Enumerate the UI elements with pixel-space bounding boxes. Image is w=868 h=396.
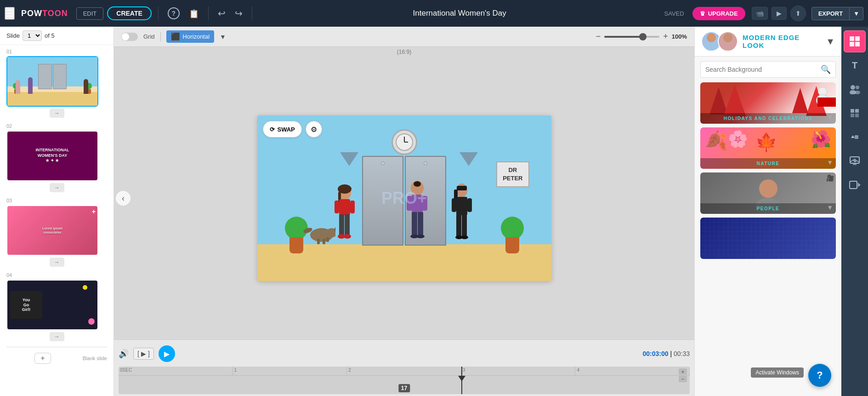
- svg-point-44: [720, 44, 735, 52]
- background-categories: HOLIDAYS AND CELEBRATIONS ▼ 🍂 🌸 🍁 🌺: [695, 82, 841, 396]
- undo-button[interactable]: ↩: [215, 6, 228, 21]
- timecode: 00:03:00 | 00:33: [642, 350, 690, 357]
- svg-rect-24: [412, 212, 417, 237]
- avatar-group: [701, 31, 738, 52]
- grid-toggle[interactable]: [121, 33, 138, 41]
- sidebar-video-icon[interactable]: [844, 174, 866, 196]
- slide-1-next-btn[interactable]: →: [50, 109, 64, 118]
- svg-point-42: [707, 33, 716, 42]
- hamburger-button[interactable]: ☰: [5, 7, 15, 20]
- zoom-slider-thumb: [639, 33, 647, 40]
- camera-button[interactable]: 📹: [752, 7, 768, 20]
- help-fab-button[interactable]: ?: [808, 364, 831, 387]
- toggle-knob: [122, 33, 129, 40]
- zoom-slider[interactable]: [604, 36, 659, 38]
- export-button[interactable]: EXPORT: [811, 7, 850, 20]
- bracket-right: ]: [148, 350, 150, 357]
- settings-button[interactable]: ⚙: [306, 121, 322, 138]
- slide-label: Slide: [6, 32, 20, 39]
- center-area: Grid ⬛ Horizontal ▼ − + 100% (16:9) ‹: [114, 27, 694, 396]
- blank-slide-label: Blank slide: [83, 354, 107, 363]
- timeline-zoom-out-button[interactable]: −: [679, 376, 687, 382]
- swap-button[interactable]: ⟳ SWAP: [263, 121, 302, 138]
- slide-thumb-1[interactable]: [6, 56, 98, 107]
- svg-rect-62: [855, 135, 858, 139]
- slide-thumb-2[interactable]: INTERNATIONALWOMEN'S DAY★ ✦ ★: [6, 131, 98, 181]
- redo-button[interactable]: ↪: [232, 6, 245, 21]
- bg-cat-technology[interactable]: [700, 218, 836, 259]
- preview-play-button[interactable]: ▶: [772, 7, 787, 20]
- canvas-scene[interactable]: DR PETER PRO+ ⟳ SWAP ⚙: [257, 115, 551, 281]
- notes-icon-button[interactable]: 📋: [186, 6, 202, 21]
- svg-rect-7: [339, 214, 344, 237]
- svg-rect-39: [467, 198, 472, 212]
- sidebar-media-icon[interactable]: [844, 150, 866, 172]
- sidebar-backgrounds-icon[interactable]: [844, 30, 866, 52]
- bg-cat-people[interactable]: 🎥 PEOPLE ▼: [700, 172, 836, 214]
- timeline-zoom-buttons: + −: [679, 368, 687, 382]
- canvas-overlay-buttons: ⟳ SWAP ⚙: [263, 121, 322, 138]
- sidebar-reactions-icon[interactable]: [844, 126, 866, 148]
- add-slide-button[interactable]: +: [34, 353, 51, 364]
- slide-thumb-3[interactable]: + Lorem ipsumconsectetur: [6, 205, 98, 256]
- panel-dropdown-arrow[interactable]: ▼: [826, 36, 835, 47]
- zoom-bar: − + 100%: [596, 32, 687, 41]
- slide-3-text: Lorem ipsumconsectetur: [12, 226, 93, 235]
- aspect-ratio-label: (16:9): [114, 49, 694, 55]
- search-icon[interactable]: 🔍: [821, 64, 831, 75]
- volume-icon[interactable]: 🔊: [119, 349, 129, 359]
- zoom-minus-button[interactable]: −: [596, 32, 601, 41]
- slide-3-next-btn[interactable]: →: [50, 258, 64, 267]
- bg-cat-holidays[interactable]: HOLIDAYS AND CELEBRATIONS ▼: [700, 82, 836, 124]
- timeline-ruler[interactable]: 0SEC 1 2 3 4 17 + −: [119, 367, 690, 394]
- frame-play-icon: ▶: [141, 350, 146, 357]
- playback-controls: 🔊 [ ▶ ] ▶ 00:03:00 | 00:33: [119, 343, 690, 365]
- svg-rect-29: [422, 196, 427, 211]
- zoom-plus-button[interactable]: +: [663, 32, 668, 41]
- slide-number-4: 04: [6, 272, 107, 278]
- bg-cat-people-label: PEOPLE: [700, 203, 836, 214]
- right-panel: MODERN EDGE LOOK ▼ 🔍: [694, 27, 841, 396]
- slide-number-select[interactable]: 12345: [23, 30, 42, 41]
- sidebar-characters-icon[interactable]: [844, 78, 866, 100]
- search-background-input[interactable]: [705, 66, 821, 73]
- svg-rect-38: [452, 198, 456, 212]
- timecode-separator: |: [670, 350, 674, 357]
- bg-cat-nature-label: NATURE: [700, 158, 836, 169]
- canvas-nav-left-button[interactable]: ‹: [116, 191, 130, 206]
- right-panel-header: MODERN EDGE LOOK ▼: [695, 27, 841, 57]
- orientation-button[interactable]: ⬛ Horizontal: [166, 30, 215, 43]
- avatar-2: [718, 31, 738, 52]
- slide-4-next-btn[interactable]: →: [50, 332, 64, 341]
- tree-crown-right: [501, 217, 524, 240]
- create-button[interactable]: CREATE: [107, 6, 152, 20]
- play-button[interactable]: ▶: [159, 345, 175, 362]
- slide-item-2: 02 INTERNATIONALWOMEN'S DAY★ ✦ ★ →: [0, 120, 113, 194]
- timeline-playhead[interactable]: [461, 367, 462, 394]
- navbar: ☰ POWTOON EDIT CREATE ? 📋 ↩ ↪ Internatio…: [0, 0, 868, 27]
- timeline-mark-0: 0SEC: [119, 367, 233, 375]
- share-button[interactable]: ⬆: [790, 6, 806, 21]
- edit-button[interactable]: EDIT: [76, 7, 104, 20]
- export-dropdown-button[interactable]: ▼: [850, 7, 863, 20]
- timecode-total: 00:33: [674, 350, 690, 357]
- slide-1-footer: →: [6, 107, 107, 120]
- swap-icon: ⟳: [270, 126, 275, 133]
- upgrade-button[interactable]: ♛ UPGRADE: [692, 7, 745, 20]
- slide-thumb-4[interactable]: YouGoGirl!: [6, 280, 98, 330]
- sidebar-props-icon[interactable]: [844, 102, 866, 124]
- svg-marker-67: [858, 183, 861, 187]
- bg-cat-nature[interactable]: 🍂 🌸 🍁 🌺 NATURE ▼: [700, 127, 836, 169]
- svg-rect-66: [850, 181, 857, 189]
- svg-rect-61: [855, 114, 859, 117]
- slide-2-next-btn[interactable]: →: [50, 183, 64, 192]
- timeline-zoom-in-button[interactable]: +: [679, 368, 687, 375]
- svg-point-22: [414, 181, 421, 187]
- orientation-dropdown-arrow[interactable]: ▼: [220, 33, 226, 40]
- svg-point-27: [416, 235, 425, 238]
- svg-rect-33: [456, 197, 467, 215]
- svg-rect-50: [850, 36, 854, 41]
- grid-label: Grid: [143, 33, 155, 40]
- sidebar-text-icon[interactable]: T: [844, 54, 866, 76]
- help-icon-button[interactable]: ?: [165, 6, 182, 21]
